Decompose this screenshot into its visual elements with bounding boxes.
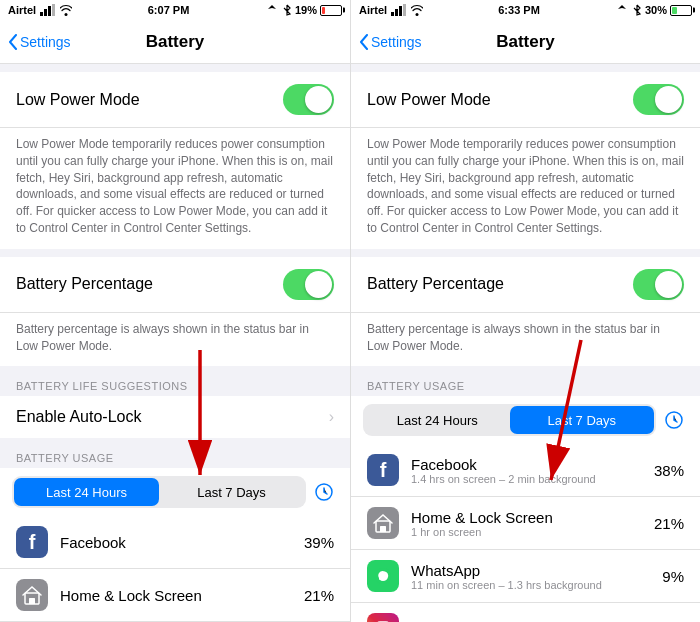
segmented-control-right: Last 24 Hours Last 7 Days bbox=[363, 404, 656, 436]
home-pct-right: 21% bbox=[654, 515, 684, 532]
battery-pct-right: 30% bbox=[645, 4, 667, 16]
facebook-icon-right: f bbox=[367, 454, 399, 486]
facebook-name-left: Facebook bbox=[60, 534, 292, 551]
battery-pct-desc-left: Battery percentage is always shown in th… bbox=[0, 313, 350, 367]
signal-icon-right bbox=[391, 4, 407, 16]
time-right: 6:33 PM bbox=[498, 4, 540, 16]
status-left: Airtel bbox=[8, 4, 72, 16]
time-left: 6:07 PM bbox=[148, 4, 190, 16]
wifi-icon-left bbox=[60, 4, 72, 16]
auto-lock-row-left[interactable]: Enable Auto-Lock › bbox=[0, 396, 350, 438]
content-right: Low Power Mode Low Power Mode temporaril… bbox=[351, 64, 700, 622]
clock-svg-right bbox=[665, 411, 683, 429]
home-detail-right: 1 hr on screen bbox=[411, 526, 642, 538]
status-left-right: Airtel bbox=[359, 4, 423, 16]
home-info-right: Home & Lock Screen 1 hr on screen bbox=[411, 509, 642, 538]
seg-24h-right[interactable]: Last 24 Hours bbox=[365, 406, 510, 434]
status-bar-left: Airtel 6:07 PM 19% bbox=[0, 0, 350, 20]
low-power-row-left: Low Power Mode bbox=[0, 72, 350, 128]
toggle-knob-bpct-left bbox=[305, 271, 332, 298]
left-phone-screen: Airtel 6:07 PM 19% bbox=[0, 0, 350, 622]
whatsapp-detail-right: 11 min on screen – 1.3 hrs background bbox=[411, 579, 650, 591]
battery-pct-toggle-right[interactable] bbox=[633, 269, 684, 300]
svg-rect-6 bbox=[29, 598, 35, 604]
seg-24h-left[interactable]: Last 24 Hours bbox=[14, 478, 159, 506]
usage-section-left: Last 24 Hours Last 7 Days f Facebook bbox=[0, 468, 350, 622]
app-row-facebook-left: f Facebook 39% bbox=[0, 516, 350, 569]
spacer bbox=[0, 64, 350, 72]
battery-pct-row-left: Battery Percentage bbox=[0, 257, 350, 313]
battery-icon-left bbox=[320, 5, 342, 16]
low-power-toggle-right[interactable] bbox=[633, 84, 684, 115]
home-icon-right bbox=[367, 507, 399, 539]
usage-section-right: Last 24 Hours Last 7 Days f Facebook bbox=[351, 396, 700, 622]
whatsapp-svg-right bbox=[373, 566, 393, 586]
clock-icon-right[interactable] bbox=[660, 406, 688, 434]
home-svg-left bbox=[22, 585, 42, 605]
back-chevron-right bbox=[359, 34, 369, 50]
instagram-icon-right bbox=[367, 613, 399, 622]
auto-lock-section-left: Enable Auto-Lock › bbox=[0, 396, 350, 438]
svg-rect-9 bbox=[391, 12, 394, 16]
segmented-container-right: Last 24 Hours Last 7 Days bbox=[351, 396, 700, 444]
bt-icon-left bbox=[282, 4, 292, 16]
low-power-section-left: Low Power Mode Low Power Mode temporaril… bbox=[0, 72, 350, 249]
home-icon-left bbox=[16, 579, 48, 611]
content-left: Low Power Mode Low Power Mode temporaril… bbox=[0, 64, 350, 622]
svg-rect-1 bbox=[44, 9, 47, 16]
battery-pct-left: 19% bbox=[295, 4, 317, 16]
battery-pct-label-right: Battery Percentage bbox=[367, 275, 504, 293]
back-button-right[interactable]: Settings bbox=[359, 34, 422, 50]
toggle-knob-bpct-right bbox=[655, 271, 682, 298]
whatsapp-pct-right: 9% bbox=[662, 568, 684, 585]
usage-header-left: BATTERY USAGE bbox=[0, 446, 350, 468]
svg-rect-2 bbox=[48, 6, 51, 16]
toggle-knob-left bbox=[305, 86, 332, 113]
battery-fill-left bbox=[322, 7, 325, 14]
facebook-pct-left: 39% bbox=[304, 534, 334, 551]
nav-bar-right: Settings Battery bbox=[351, 20, 700, 64]
seg-7d-left[interactable]: Last 7 Days bbox=[159, 478, 304, 506]
status-right-right: 30% bbox=[615, 4, 692, 16]
home-name-left: Home & Lock Screen bbox=[60, 587, 292, 604]
facebook-info-right: Facebook 1.4 hrs on screen – 2 min backg… bbox=[411, 456, 642, 485]
whatsapp-name-right: WhatsApp bbox=[411, 562, 650, 579]
back-chevron-left bbox=[8, 34, 18, 50]
page-title-right: Battery bbox=[496, 32, 555, 52]
low-power-label-left: Low Power Mode bbox=[16, 91, 140, 109]
back-label-left: Settings bbox=[20, 34, 71, 50]
signal-icon-left bbox=[40, 4, 56, 16]
home-svg-right bbox=[373, 513, 393, 533]
battery-icon-right bbox=[670, 5, 692, 16]
battery-pct-section-left: Battery Percentage Battery percentage is… bbox=[0, 257, 350, 367]
clock-icon-left[interactable] bbox=[310, 478, 338, 506]
whatsapp-info-right: WhatsApp 11 min on screen – 1.3 hrs back… bbox=[411, 562, 650, 591]
back-button-left[interactable]: Settings bbox=[8, 34, 71, 50]
location-icon-right bbox=[615, 4, 629, 16]
segmented-container-left: Last 24 Hours Last 7 Days bbox=[0, 468, 350, 516]
facebook-icon-left: f bbox=[16, 526, 48, 558]
auto-lock-chevron-left: › bbox=[329, 408, 334, 426]
app-row-home-right: Home & Lock Screen 1 hr on screen 21% bbox=[351, 497, 700, 550]
svg-rect-10 bbox=[395, 9, 398, 16]
location-icon-left bbox=[265, 4, 279, 16]
low-power-desc-left: Low Power Mode temporarily reduces power… bbox=[0, 128, 350, 249]
facebook-info-left: Facebook bbox=[60, 534, 292, 551]
bt-icon-right bbox=[632, 4, 642, 16]
suggestions-header-left: BATTERY LIFE SUGGESTIONS bbox=[0, 374, 350, 396]
app-row-instagram-right: Instagram 7% bbox=[351, 603, 700, 622]
wifi-icon-right bbox=[411, 4, 423, 16]
svg-rect-15 bbox=[380, 526, 386, 532]
carrier-right: Airtel bbox=[359, 4, 387, 16]
facebook-name-right: Facebook bbox=[411, 456, 642, 473]
page-title-left: Battery bbox=[146, 32, 205, 52]
seg-7d-right[interactable]: Last 7 Days bbox=[510, 406, 655, 434]
low-power-toggle-left[interactable] bbox=[283, 84, 334, 115]
nav-bar-left: Settings Battery bbox=[0, 20, 350, 64]
toggle-knob-right bbox=[655, 86, 682, 113]
battery-pct-toggle-left[interactable] bbox=[283, 269, 334, 300]
status-bar-right: Airtel 6:33 PM 30% bbox=[351, 0, 700, 20]
auto-lock-label-left: Enable Auto-Lock bbox=[16, 408, 141, 426]
facebook-pct-right: 38% bbox=[654, 462, 684, 479]
battery-fill-right bbox=[672, 7, 677, 14]
